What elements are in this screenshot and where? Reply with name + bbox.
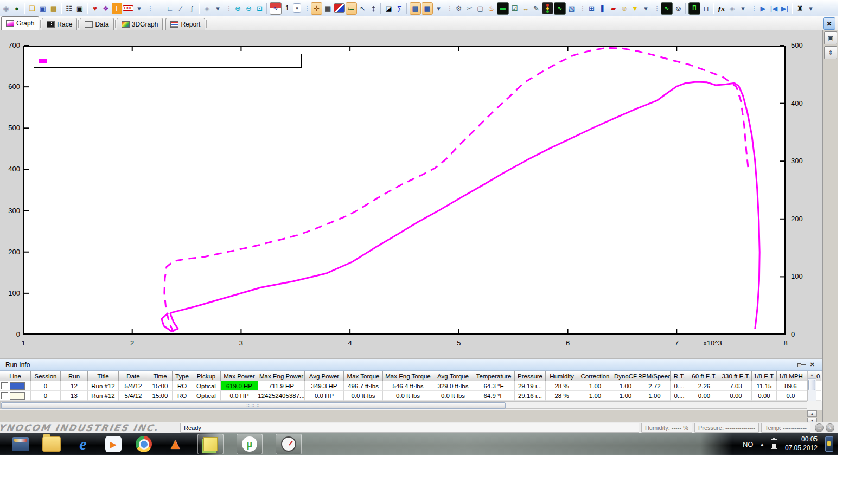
run-visible-checkbox[interactable] (1, 382, 8, 389)
zoom-window-icon[interactable]: ⊡ (254, 3, 265, 14)
next-run-icon[interactable]: ▶| (780, 3, 790, 14)
verify-graph-icon[interactable]: ☑ (509, 3, 520, 14)
exit-button[interactable]: EXIT (123, 3, 133, 14)
column-header[interactable]: 60 ft E.T. (688, 371, 720, 381)
line-straight-icon[interactable]: — (154, 3, 164, 14)
column-header[interactable]: 1/8 MPH (777, 371, 805, 381)
column-header[interactable]: 1/8 E.T. (752, 371, 777, 381)
column-header[interactable]: Max Eng Power (258, 371, 305, 381)
plot-area[interactable] (23, 46, 786, 335)
dock-panel-button[interactable]: ▣ (824, 31, 837, 44)
report-chart-icon[interactable]: ▧ (566, 3, 577, 14)
vlc-icon[interactable]: ▲ (166, 435, 184, 453)
table-v-scrollbar[interactable]: ▲ (807, 371, 816, 401)
print-icon[interactable]: ☷ (64, 3, 74, 14)
tab-graph[interactable]: Graph (1, 16, 39, 30)
overflow-icon-4[interactable]: ▾ (641, 3, 651, 14)
column-header[interactable]: RPM/Speed (639, 371, 671, 381)
engine-flame-icon[interactable]: ♨ (486, 3, 496, 14)
surface-gray-icon[interactable]: ◈ (727, 3, 737, 14)
column-header[interactable]: Pickup (192, 371, 221, 381)
manual-icon[interactable]: ❖ (101, 3, 111, 14)
table-h-scrollbar[interactable]: ∷ ∷ ∷ (0, 401, 807, 409)
dyno-display-icon[interactable]: ▬ (497, 2, 509, 15)
language-indicator[interactable]: NO (743, 440, 754, 448)
ruler-icon[interactable]: ↔ (520, 3, 531, 14)
race-tree-icon[interactable]: ♜ (795, 3, 805, 14)
pen-icon[interactable]: ✎ (531, 3, 541, 14)
zoom-in-icon[interactable]: ⊕ (233, 3, 243, 14)
column-header[interactable]: Run (61, 371, 88, 381)
column-header[interactable]: Correction (578, 371, 612, 381)
scope-icon[interactable]: Π (688, 2, 700, 15)
zoom-level-value[interactable]: 1 (282, 3, 292, 14)
gauge-icon[interactable]: ⊚ (673, 3, 684, 14)
overflow-icon-6[interactable]: ▾ (806, 3, 816, 14)
annotation-icon[interactable]: ▤ (410, 2, 421, 15)
line-curve-icon[interactable]: ʃ (187, 3, 197, 14)
column-header[interactable]: Line (0, 371, 31, 381)
column-header[interactable]: Humidity (546, 371, 578, 381)
column-header[interactable]: DynoCF (612, 371, 639, 381)
save-icon[interactable]: ▣ (38, 3, 48, 14)
tab-3dgraph[interactable]: 3DGraph (117, 18, 163, 30)
dyno-app-button[interactable] (276, 434, 302, 454)
zoom-level-dropdown-icon[interactable]: ▾ (293, 3, 301, 13)
tab-race[interactable]: Race (42, 18, 77, 30)
column-header[interactable]: Title (88, 371, 119, 381)
pointer-icon[interactable]: ↖ (358, 3, 368, 14)
graph-panel[interactable]: 0100200300400500600700010020030040050012… (0, 30, 822, 358)
new-window-icon[interactable]: ▢ (475, 3, 486, 14)
play-run-icon[interactable]: ▶ (758, 3, 768, 14)
column-header[interactable]: Pressure (515, 371, 546, 381)
table-row[interactable]: 012Run #125/4/1215:00ROOptical619.0 HP71… (0, 381, 822, 391)
sum-icon[interactable]: ∑ (394, 3, 405, 14)
record-icon[interactable]: ◉ (1, 3, 11, 14)
explorer-folder-icon[interactable] (42, 436, 61, 452)
settings-gear-icon[interactable]: ⚙ (454, 3, 464, 14)
surface-3d-icon[interactable]: ◈ (202, 3, 212, 14)
shade-graph-icon[interactable] (334, 3, 345, 13)
open-folder-icon[interactable]: ❏ (27, 3, 37, 14)
legend-toggle-icon[interactable]: ≔ (346, 2, 357, 15)
line-step-icon[interactable]: ∟ (165, 3, 175, 14)
grid-icon[interactable]: ▦ (323, 3, 333, 14)
run-visible-checkbox[interactable] (1, 392, 8, 399)
customer-icon[interactable]: ☺ (619, 3, 629, 14)
pin-icon[interactable] (800, 364, 806, 365)
function-icon[interactable]: ƒx (716, 3, 726, 14)
run-info-close-icon[interactable]: ✕ (810, 361, 815, 368)
traffic-light-icon[interactable] (542, 2, 553, 14)
column-header[interactable]: Temperature (473, 371, 515, 381)
chrome-icon[interactable] (135, 435, 153, 453)
column-header[interactable]: Max Torque (344, 371, 383, 381)
calendar-clock-icon[interactable]: ⊞ (586, 3, 597, 14)
column-header[interactable]: Session (31, 371, 61, 381)
display-icon[interactable]: ▣ (75, 3, 85, 14)
scroll-up-icon[interactable]: ▲ (808, 371, 816, 379)
table-row[interactable]: 013Run #125/4/1215:00ROOptical0.0 HP1242… (0, 391, 822, 401)
step-signal-icon[interactable]: ⊓ (701, 3, 711, 14)
status-edit-button[interactable]: ✎ (826, 423, 834, 432)
utorrent-app-button[interactable]: µ (237, 434, 263, 454)
logbook-icon[interactable]: ❚ (597, 3, 608, 14)
runs-grid-icon[interactable]: ▦ (422, 2, 433, 15)
info-icon[interactable]: i (112, 3, 122, 14)
line-slope-icon[interactable]: ∕ (176, 3, 186, 14)
column-header[interactable]: Max Eng Torque (383, 371, 433, 381)
engine-icon[interactable]: ♥ (90, 3, 100, 14)
battery-icon[interactable] (771, 439, 777, 449)
filter-icon[interactable]: ▼ (630, 3, 640, 14)
toolbox-icon[interactable] (12, 437, 29, 451)
media-player-icon[interactable]: ▶ (105, 436, 122, 452)
vehicle-icon[interactable]: ▰ (608, 3, 618, 14)
pane-scroll-up-icon[interactable]: ▲ (807, 410, 817, 417)
chart-thumb-icon[interactable]: ∿ (270, 2, 282, 15)
tools-icon[interactable]: ✂ (464, 3, 475, 14)
status-go-button[interactable]: → (815, 423, 824, 432)
close-view-button[interactable]: ✕ (823, 17, 835, 30)
tab-report[interactable]: Report (165, 18, 205, 30)
column-header[interactable]: Date (119, 371, 148, 381)
live-graph-icon[interactable]: ∿ (554, 2, 566, 15)
internet-explorer-icon[interactable]: e (74, 435, 92, 453)
